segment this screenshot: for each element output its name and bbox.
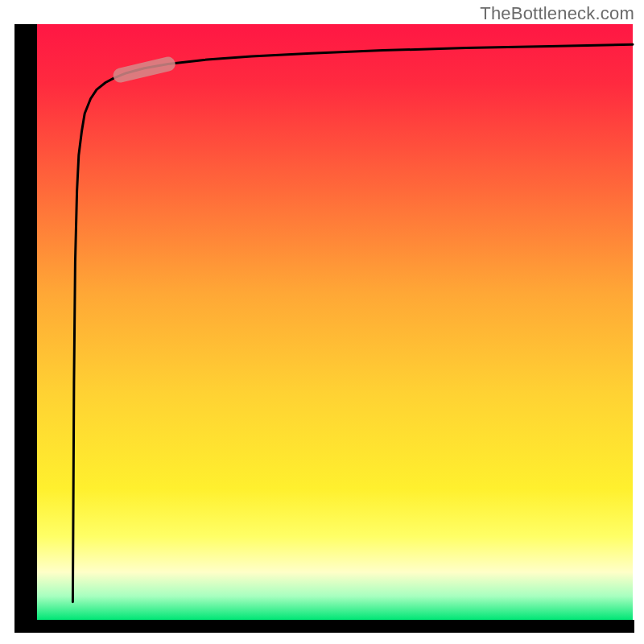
y-axis bbox=[14, 24, 37, 633]
bottleneck-chart bbox=[0, 0, 644, 644]
chart-container: TheBottleneck.com bbox=[0, 0, 644, 644]
plot-area bbox=[14, 24, 634, 633]
watermark-label: TheBottleneck.com bbox=[480, 3, 634, 24]
gradient-background bbox=[37, 24, 633, 620]
x-axis bbox=[14, 620, 634, 633]
